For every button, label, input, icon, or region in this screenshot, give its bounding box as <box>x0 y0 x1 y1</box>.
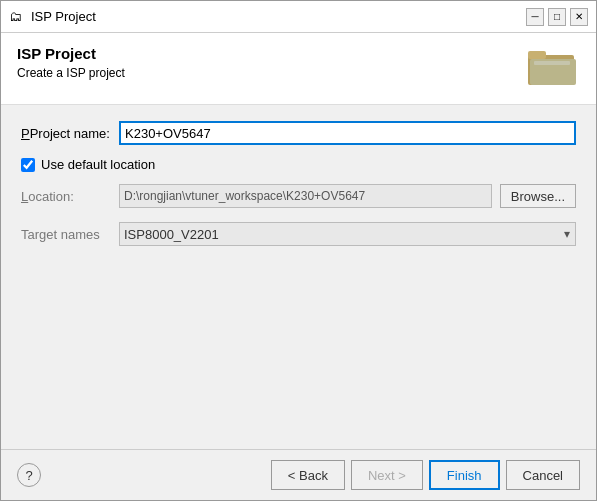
title-icon: 🗂 <box>9 9 25 25</box>
finish-button[interactable]: Finish <box>429 460 500 490</box>
main-content: PProject name: Use default location Loca… <box>1 105 596 449</box>
help-button[interactable]: ? <box>17 463 41 487</box>
target-names-label: Target names <box>21 227 111 242</box>
svg-rect-1 <box>528 51 546 59</box>
titlebar: 🗂 ISP Project ─ □ ✕ <box>1 1 596 33</box>
svg-rect-4 <box>530 59 576 85</box>
window-controls: ─ □ ✕ <box>526 8 588 26</box>
use-default-location-row: Use default location <box>21 157 576 172</box>
location-label: Location: <box>21 189 111 204</box>
back-button[interactable]: < Back <box>271 460 345 490</box>
location-input[interactable] <box>119 184 492 208</box>
header-subtitle: Create a ISP project <box>17 66 125 80</box>
project-name-label: PProject name: <box>21 126 111 141</box>
use-default-location-checkbox[interactable] <box>21 158 35 172</box>
close-button[interactable]: ✕ <box>570 8 588 26</box>
target-names-wrapper: ISP8000_V2201 <box>119 222 576 246</box>
project-name-input[interactable] <box>119 121 576 145</box>
folder-illustration <box>528 45 580 92</box>
footer: ? < Back Next > Finish Cancel <box>1 449 596 500</box>
titlebar-title: ISP Project <box>31 9 520 24</box>
footer-right: < Back Next > Finish Cancel <box>271 460 580 490</box>
target-names-row: Target names ISP8000_V2201 <box>21 222 576 246</box>
footer-left: ? <box>17 463 41 487</box>
maximize-button[interactable]: □ <box>548 8 566 26</box>
target-names-select[interactable]: ISP8000_V2201 <box>119 222 576 246</box>
location-row: Location: Browse... <box>21 184 576 208</box>
dialog: 🗂 ISP Project ─ □ ✕ ISP Project Create a… <box>0 0 597 501</box>
minimize-button[interactable]: ─ <box>526 8 544 26</box>
browse-button[interactable]: Browse... <box>500 184 576 208</box>
header-section: ISP Project Create a ISP project <box>1 33 596 105</box>
next-button[interactable]: Next > <box>351 460 423 490</box>
cancel-button[interactable]: Cancel <box>506 460 580 490</box>
header-text: ISP Project Create a ISP project <box>17 45 125 80</box>
use-default-location-label[interactable]: Use default location <box>41 157 155 172</box>
header-title: ISP Project <box>17 45 125 62</box>
project-name-row: PProject name: <box>21 121 576 145</box>
